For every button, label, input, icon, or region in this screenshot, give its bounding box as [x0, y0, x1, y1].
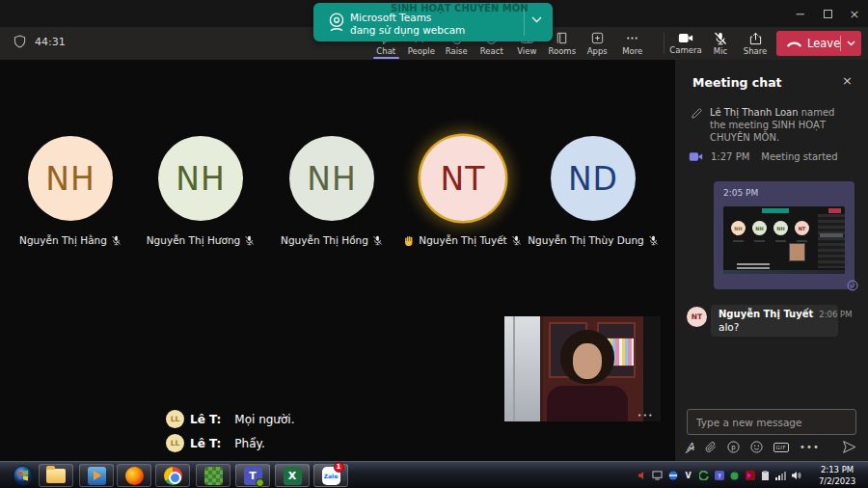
- thumb-self-video: [789, 243, 805, 261]
- more-icon: [625, 31, 639, 45]
- tab-raise-label: Raise: [446, 46, 468, 56]
- chat-panel-title: Meeting chat: [692, 75, 782, 90]
- chat-event-renamed: Lê Thị Thanh Loan named the meeting SINH…: [691, 106, 853, 144]
- chat-message-screenshot[interactable]: 2:05 PM NH NH NH NT: [714, 181, 854, 289]
- tray-green-swirl-icon[interactable]: [698, 471, 709, 481]
- emoji-icon[interactable]: [750, 441, 763, 453]
- participant-tile[interactable]: ND Nguyễn Thị Thùy Dung: [526, 136, 661, 246]
- camera-on-icon: [678, 32, 693, 44]
- mic-button[interactable]: Mic: [703, 27, 738, 60]
- screenshot-thumbnail[interactable]: NH NH NH NT: [723, 206, 845, 274]
- tray-display-icon[interactable]: [652, 471, 663, 481]
- tab-people-label: People: [408, 46, 435, 56]
- participant-tile[interactable]: NH Nguyễn Thị Hương: [133, 136, 268, 246]
- person-face: [573, 343, 602, 379]
- tab-apps[interactable]: Apps: [580, 27, 615, 60]
- maximize-button[interactable]: [814, 0, 841, 27]
- taskbar-chrome[interactable]: [155, 464, 190, 487]
- participant-tile-active[interactable]: NT Nguyễn Thị Tuyết: [395, 136, 530, 246]
- composer-more-icon[interactable]: •••: [800, 442, 820, 452]
- thumb-avatar: NH: [773, 221, 788, 235]
- windows-start-icon: [13, 465, 34, 486]
- webcam-notification[interactable]: SINH HOẠT CHUYÊN MÔN Microsoft Teams đan…: [313, 3, 553, 41]
- format-icon[interactable]: A: [687, 441, 694, 453]
- participant-tile[interactable]: NH Nguyễn Thị Hằng: [3, 136, 138, 246]
- tray-v-icon[interactable]: V: [683, 471, 693, 481]
- avatar-initials: NT: [441, 160, 486, 198]
- attach-icon[interactable]: [705, 441, 717, 453]
- tray-volume-alert-icon[interactable]: [637, 471, 647, 481]
- tray-teams-icon[interactable]: T: [714, 471, 724, 481]
- taskbar-clock[interactable]: 2:13 PM 7/2/2023: [810, 464, 864, 487]
- participant-name: Nguyễn Thị Hồng: [281, 234, 368, 246]
- avatar: NT: [420, 136, 505, 221]
- chat-close-button[interactable]: ×: [842, 73, 853, 88]
- clock-time: 2:13 PM: [810, 464, 864, 475]
- tab-apps-label: Apps: [587, 46, 608, 56]
- toolbar-divider: [664, 33, 665, 54]
- share-button[interactable]: Share: [738, 27, 773, 60]
- leave-button[interactable]: Leave: [776, 31, 861, 56]
- avatar: ND: [551, 136, 636, 221]
- taskbar-zalo[interactable]: Zalo 1: [313, 464, 348, 487]
- tray-app-blue-icon[interactable]: [667, 471, 678, 481]
- participant-name: Nguyễn Thị Tuyết: [419, 234, 506, 246]
- tray-green-dot-icon[interactable]: [729, 471, 740, 481]
- taskbar-media-player[interactable]: [79, 464, 114, 487]
- video-more-icon[interactable]: •••: [637, 412, 654, 420]
- avatar-initials: NH: [45, 160, 95, 198]
- system-tray: V T: [637, 462, 801, 488]
- message-author: Nguyễn Thị Tuyết: [719, 309, 813, 319]
- thumb-avatar: NH: [731, 221, 746, 235]
- self-video-tile[interactable]: •••: [504, 316, 661, 421]
- taskbar-game[interactable]: [196, 464, 231, 487]
- tab-chat-label: Chat: [376, 46, 395, 56]
- taskbar-firefox[interactable]: [117, 464, 151, 487]
- taskbar-excel[interactable]: X: [275, 464, 310, 487]
- camera-button[interactable]: Camera: [668, 27, 703, 60]
- gif-icon[interactable]: GIF: [773, 443, 790, 452]
- event-actor-name: Lê Thị Thanh Loan: [710, 107, 799, 118]
- clock-date: 7/2/2023: [810, 475, 864, 487]
- teams-icon: T: [244, 467, 262, 485]
- close-button[interactable]: ×: [841, 0, 868, 27]
- thumb-leave-button: [828, 208, 841, 213]
- message-composer: [687, 409, 856, 435]
- teams-meeting-window: − × 44:31 Chat People Raise React: [0, 0, 868, 488]
- taskbar-file-explorer[interactable]: [39, 464, 73, 487]
- minimize-icon: −: [796, 7, 806, 21]
- mic-label: Mic: [714, 46, 727, 56]
- praise-icon[interactable]: p: [727, 441, 740, 453]
- taskbar-teams[interactable]: T: [235, 464, 270, 487]
- avatar-initials: NT: [692, 312, 702, 321]
- send-icon[interactable]: [842, 440, 856, 454]
- timer-value: 44:31: [35, 36, 66, 48]
- participant-name: Nguyễn Thị Hằng: [19, 234, 107, 246]
- person-body: [547, 386, 628, 421]
- notification-app-name: Microsoft Teams: [350, 12, 431, 23]
- caption-avatar-initials: LL: [171, 415, 180, 423]
- tray-premiere-icon[interactable]: [745, 471, 755, 481]
- tab-view-label: View: [517, 46, 536, 56]
- message-text: alo?: [719, 321, 830, 333]
- tray-clipboard-icon[interactable]: [760, 471, 771, 481]
- participant-tile[interactable]: NH Nguyễn Thị Hồng: [264, 136, 399, 246]
- avatar: NH: [158, 136, 243, 221]
- chat-message[interactable]: Nguyễn Thị Tuyết 2:06 PM alo?: [711, 305, 838, 337]
- message-input[interactable]: [688, 410, 855, 434]
- tray-network-icon[interactable]: [775, 471, 786, 481]
- avatar-initials: NH: [176, 160, 226, 198]
- minimize-button[interactable]: −: [787, 0, 814, 27]
- participant-name: Nguyễn Thị Hương: [147, 234, 240, 246]
- notification-chevron-icon[interactable]: [531, 16, 542, 23]
- avatar: NH: [289, 136, 374, 221]
- start-button[interactable]: [6, 464, 41, 487]
- leave-options-button[interactable]: [841, 41, 861, 46]
- caption-speaker: Lê T:: [190, 437, 221, 450]
- caption-row: LL Lê T: Mọi người.: [166, 410, 294, 428]
- tray-speaker-icon[interactable]: [791, 471, 801, 481]
- close-icon: ×: [850, 7, 860, 21]
- chrome-icon: [164, 467, 182, 485]
- tab-more[interactable]: More: [615, 27, 651, 60]
- tab-more-label: More: [622, 46, 642, 56]
